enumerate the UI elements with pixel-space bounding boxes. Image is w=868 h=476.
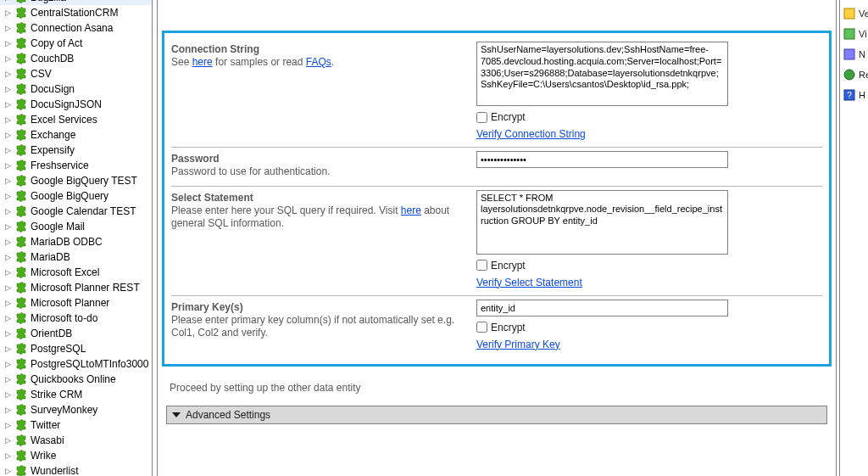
tree-item[interactable]: ▷ Microsoft Planner (0, 295, 152, 311)
expand-icon[interactable]: ▷ (3, 131, 13, 140)
select-statement-textarea[interactable] (476, 190, 728, 255)
expand-icon[interactable]: ▷ (3, 314, 13, 323)
primary-key-row: Primary Key(s) Please enter primary key … (171, 296, 822, 357)
right-panel-item[interactable]: ?H (840, 85, 868, 105)
pk-encrypt-wrap[interactable]: Encrypt (476, 322, 822, 333)
expand-icon[interactable]: ▷ (3, 436, 13, 445)
tree-item[interactable]: ▷ DocuSign (0, 81, 152, 97)
primary-key-input[interactable] (476, 300, 728, 316)
svg-point-3 (844, 70, 854, 80)
expand-icon[interactable]: ▷ (3, 54, 13, 64)
expand-icon[interactable]: ▷ (3, 299, 13, 308)
chevron-down-icon (172, 412, 181, 417)
right-panel-item[interactable]: Ve (840, 3, 868, 24)
samples-here-link[interactable]: here (192, 56, 213, 68)
tree-item[interactable]: ▷ Wrike (0, 448, 152, 463)
expand-icon[interactable]: ▷ (3, 192, 13, 201)
tree-item[interactable]: ▷ Wunderlist (0, 463, 152, 476)
right-panel-item[interactable]: Vi (840, 24, 868, 44)
tree-item[interactable]: ▷ Copy of Act (0, 36, 152, 51)
highlighted-form-section: Connection String See here for samples o… (162, 31, 832, 367)
conn-encrypt-label: Encrypt (491, 111, 526, 123)
faqs-link[interactable]: FAQs (306, 56, 331, 68)
conn-encrypt-wrap[interactable]: Encrypt (476, 111, 822, 123)
tree-item[interactable]: ▷ SurveyMonkey (0, 402, 152, 417)
tree-item[interactable]: ▷ PostgreSQLtoMTInfo3000 (0, 356, 152, 372)
expand-icon[interactable]: ▷ (3, 100, 13, 109)
tree-item[interactable]: ▷ Google BigQuery TEST (0, 173, 152, 188)
expand-icon[interactable]: ▷ (3, 238, 13, 247)
expand-icon[interactable]: ▷ (3, 146, 13, 155)
puzzle-icon (14, 113, 28, 126)
verify-select-statement-link[interactable]: Verify Select Statement (476, 277, 822, 288)
tree-item[interactable]: ▷ Google BigQuery (0, 188, 152, 204)
select-encrypt-checkbox[interactable] (476, 260, 487, 271)
tree-item[interactable]: ▷ MariaDB (0, 249, 152, 265)
puzzle-icon (14, 82, 28, 96)
tree-item[interactable]: ▷ MariaDB ODBC (0, 234, 152, 249)
expand-icon[interactable]: ▷ (3, 161, 13, 171)
tree-item[interactable]: ▷ DocuSignJSON (0, 97, 152, 112)
tree-item[interactable]: ▷ Microsoft Excel (0, 265, 152, 280)
expand-icon[interactable]: ▷ (3, 115, 13, 125)
expand-icon[interactable]: ▷ (3, 0, 13, 3)
expand-icon[interactable]: ▷ (3, 344, 13, 354)
tree-item[interactable]: ▷ OrientDB (0, 326, 152, 341)
expand-icon[interactable]: ▷ (3, 253, 13, 262)
tree-item[interactable]: ▷ Excel Services (0, 112, 152, 127)
expand-icon[interactable]: ▷ (3, 39, 13, 48)
tree-item[interactable]: ▷ Google Calendar TEST (0, 204, 152, 219)
expand-icon[interactable]: ▷ (3, 283, 13, 293)
expand-icon[interactable]: ▷ (3, 70, 13, 79)
tree-item[interactable]: ▷ Expensify (0, 143, 152, 158)
tree-item[interactable]: ▷ Freshservice (0, 158, 152, 173)
password-input[interactable] (476, 151, 728, 168)
puzzle-icon (14, 128, 28, 142)
svg-text:?: ? (847, 91, 852, 100)
tree-item[interactable]: ▷ Quickbooks Online (0, 372, 152, 387)
tree-item[interactable]: ▷ Google Mail (0, 219, 152, 234)
advanced-settings-bar[interactable]: Advanced Settings (166, 406, 827, 424)
tree-item[interactable]: ▷ PostgreSQL (0, 341, 152, 356)
expand-icon[interactable]: ▷ (3, 375, 13, 384)
tree-item[interactable]: ▷ CouchDB (0, 51, 152, 66)
expand-icon[interactable]: ▷ (3, 85, 13, 94)
select-encrypt-wrap[interactable]: Encrypt (476, 260, 822, 272)
conn-encrypt-checkbox[interactable] (476, 112, 487, 123)
right-panel-item[interactable]: N (840, 44, 868, 64)
select-here-link[interactable]: here (401, 204, 421, 216)
expand-icon[interactable]: ▷ (3, 329, 13, 339)
tree-item[interactable]: ▷ CentralStationCRM (0, 5, 152, 20)
tree-item-label: Wasabi (31, 434, 64, 446)
svg-rect-0 (844, 8, 854, 19)
tree-item[interactable]: ▷ Connection Asana (0, 20, 152, 36)
expand-icon[interactable]: ▷ (3, 467, 13, 476)
tree-item[interactable]: ▷ Wasabi (0, 433, 152, 448)
expand-icon[interactable]: ▷ (3, 8, 13, 18)
tree-item[interactable]: ▷ Exchange (0, 127, 152, 143)
tree-item[interactable]: ▷ Microsoft Planner REST (0, 280, 152, 295)
expand-icon[interactable]: ▷ (3, 421, 13, 430)
expand-icon[interactable]: ▷ (3, 390, 13, 400)
puzzle-icon (14, 36, 28, 50)
tree-item[interactable]: ▷ Strike CRM (0, 387, 152, 402)
expand-icon[interactable]: ▷ (3, 176, 13, 186)
expand-icon[interactable]: ▷ (3, 451, 13, 461)
verify-connection-string-link[interactable]: Verify Connection String (476, 128, 822, 140)
pk-encrypt-checkbox[interactable] (476, 322, 487, 333)
expand-icon[interactable]: ▷ (3, 360, 13, 369)
expand-icon[interactable]: ▷ (3, 24, 13, 33)
tree-item-label: Copy of Act (31, 37, 82, 49)
puzzle-icon (14, 52, 28, 65)
connection-string-textarea[interactable] (476, 42, 728, 106)
tree-item[interactable]: ▷ Microsoft to-do (0, 311, 152, 326)
tree-item[interactable]: ▷ Twitter (0, 417, 152, 433)
expand-icon[interactable]: ▷ (3, 222, 13, 232)
tree-item[interactable]: ▷ CSV (0, 66, 152, 81)
expand-icon[interactable]: ▷ (3, 406, 13, 415)
expand-icon[interactable]: ▷ (3, 207, 13, 216)
expand-icon[interactable]: ▷ (3, 268, 13, 277)
verify-primary-key-link[interactable]: Verify Primary Key (476, 339, 822, 350)
tree-item-label: Google BigQuery (31, 190, 108, 202)
right-panel-item[interactable]: Re (840, 64, 868, 85)
